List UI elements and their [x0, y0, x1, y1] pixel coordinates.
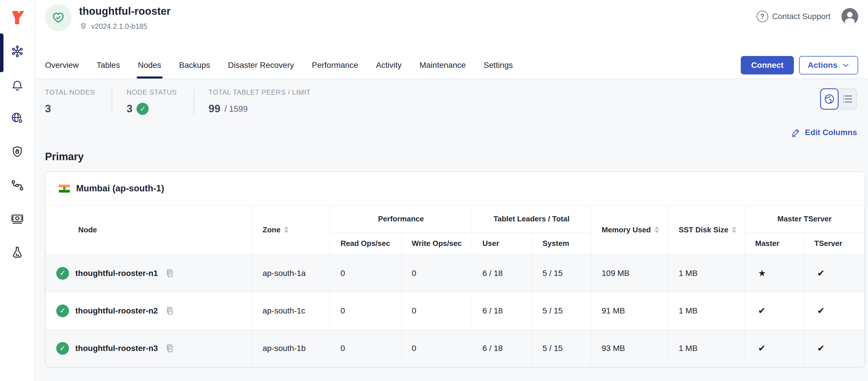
universe-header: thoughtful-rooster v2024.2.1.0-b185 [45, 4, 171, 31]
security-shield-icon[interactable] [10, 145, 24, 159]
sort-icon[interactable] [732, 227, 736, 233]
region-header: Mumbai (ap-south-1) [45, 172, 865, 205]
system-tablets-cell: 5 / 15 [532, 255, 591, 292]
col-header-system: System [532, 233, 591, 255]
tab-actions: Connect Actions [741, 56, 858, 75]
stat-total-nodes: TOTAL NODES 3 [45, 88, 112, 115]
user-tablets-cell: 6 / 18 [472, 255, 532, 292]
tab-nodes[interactable]: Nodes [138, 52, 161, 79]
section-title: Primary [35, 137, 868, 163]
region-card: Mumbai (ap-south-1) Node Zone [45, 171, 865, 368]
col-header-memory[interactable]: Memory Used [591, 205, 668, 255]
copy-icon[interactable] [164, 343, 175, 354]
table-row: ✓ thoughtful-rooster-n3 [46, 330, 865, 367]
user-avatar[interactable] [841, 8, 858, 25]
main-content: thoughtful-rooster v2024.2.1.0-b185 ? Co… [35, 0, 868, 381]
tserver-mark: ✔ [804, 330, 865, 367]
tab-activity[interactable]: Activity [376, 52, 402, 79]
read-ops-cell: 0 [330, 255, 401, 292]
billing-icon[interactable] [10, 212, 24, 226]
tab-maintenance[interactable]: Maintenance [420, 52, 466, 79]
tab-performance[interactable]: Performance [312, 52, 358, 79]
col-header-tserver: TServer [804, 233, 865, 255]
group-header-tablet-leaders: Tablet Leaders / Total [472, 205, 591, 233]
master-mark: ★ [745, 255, 804, 292]
stat-value: 3 [45, 103, 95, 115]
edit-columns-button[interactable]: Edit Columns [791, 127, 857, 137]
help-icon: ? [756, 11, 768, 22]
actions-label: Actions [808, 61, 837, 70]
stat-label: TOTAL TABLET PEERS / LIMIT [209, 88, 311, 96]
tab-disaster-recovery[interactable]: Disaster Recovery [228, 52, 294, 79]
stat-tablet-peers: TOTAL TABLET PEERS / LIMIT 99 / 1599 [194, 88, 328, 115]
node-name: thoughtful-rooster-n3 [75, 344, 158, 353]
connect-button[interactable]: Connect [741, 56, 794, 75]
tabs: Overview Tables Nodes Backups Disaster R… [45, 52, 513, 79]
tab-backups[interactable]: Backups [179, 52, 210, 79]
memory-cell: 93 MB [591, 330, 668, 367]
node-name: thoughtful-rooster-n1 [75, 269, 158, 278]
copy-icon[interactable] [164, 305, 175, 316]
admin-globe-icon[interactable] [10, 111, 24, 125]
col-header-master: Master [745, 233, 804, 255]
sst-cell: 1 MB [668, 292, 745, 330]
universes-icon[interactable] [10, 45, 24, 58]
nodes-table: Node Zone Performance Tablet Leaders / T… [45, 205, 865, 367]
tablet-peers-limit: / 1599 [224, 104, 248, 114]
pencil-icon [791, 127, 801, 137]
sidebar [0, 0, 35, 381]
node-healthy-icon: ✓ [56, 304, 69, 317]
page-title: thoughtful-rooster [79, 5, 171, 17]
group-header-master-tserver: Master TServer [745, 205, 865, 233]
sort-icon[interactable] [284, 227, 288, 233]
topbar: thoughtful-rooster v2024.2.1.0-b185 ? Co… [35, 0, 868, 52]
master-mark: ✔ [745, 292, 804, 330]
user-tablets-cell: 6 / 18 [472, 292, 532, 330]
memory-cell: 91 MB [591, 292, 668, 330]
col-header-node: Node [46, 205, 252, 255]
topbar-right: ? Contact Support [756, 4, 858, 25]
table-row: ✓ thoughtful-rooster-n1 [46, 255, 865, 292]
contact-support-link[interactable]: ? Contact Support [756, 11, 831, 22]
stat-value: 3 ✓ [127, 103, 177, 115]
col-header-sst[interactable]: SST Disk Size [668, 205, 745, 255]
list-view-button[interactable] [839, 88, 857, 110]
read-ops-cell: 0 [330, 330, 401, 367]
zone-cell: ap-south-1c [252, 292, 330, 330]
alerts-icon[interactable] [10, 78, 24, 92]
contact-support-label: Contact Support [772, 12, 831, 21]
labs-icon[interactable] [10, 245, 24, 259]
tab-bar: Overview Tables Nodes Backups Disaster R… [35, 52, 868, 79]
tserver-mark: ✔ [804, 292, 865, 330]
col-header-read-ops: Read Ops/sec [330, 233, 401, 255]
stat-label: NODE STATUS [127, 88, 177, 96]
col-header-zone[interactable]: Zone [252, 205, 330, 255]
list-view-icon [841, 93, 854, 105]
node-healthy-icon: ✓ [56, 267, 69, 280]
india-flag-icon [59, 185, 70, 193]
integrations-icon[interactable] [10, 178, 24, 192]
sort-icon[interactable] [654, 227, 659, 233]
stats-row: TOTAL NODES 3 NODE STATUS 3 ✓ TOTAL TABL… [35, 79, 868, 115]
region-name: Mumbai (ap-south-1) [76, 183, 164, 194]
globe-view-button[interactable] [820, 88, 839, 110]
node-name: thoughtful-rooster-n2 [75, 306, 158, 316]
actions-button[interactable]: Actions [799, 56, 858, 75]
tserver-mark: ✔ [804, 255, 865, 292]
group-header-performance: Performance [330, 205, 472, 233]
col-header-user: User [472, 233, 532, 255]
tab-tables[interactable]: Tables [97, 52, 120, 79]
version-layers-icon [79, 22, 88, 31]
sst-cell: 1 MB [668, 330, 745, 367]
zone-cell: ap-south-1a [252, 255, 330, 292]
stat-node-status: NODE STATUS 3 ✓ [112, 88, 194, 115]
master-mark: ✔ [745, 330, 804, 367]
tab-overview[interactable]: Overview [45, 52, 79, 79]
copy-icon[interactable] [164, 268, 175, 279]
system-tablets-cell: 5 / 15 [532, 330, 591, 367]
yugabyte-logo-icon[interactable] [8, 9, 26, 27]
stat-value: 99 / 1599 [209, 103, 311, 115]
tab-settings[interactable]: Settings [484, 52, 513, 79]
user-tablets-cell: 6 / 18 [472, 330, 532, 367]
col-header-write-ops: Write Ops/sec [401, 233, 472, 255]
